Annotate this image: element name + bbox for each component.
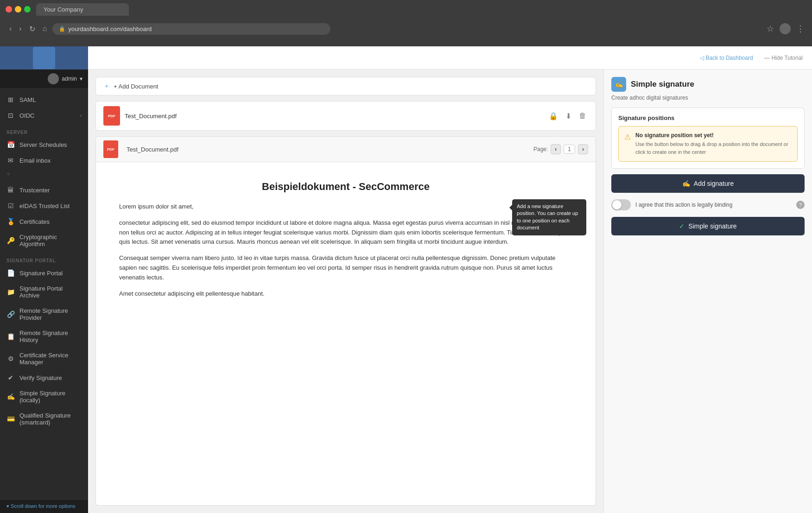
- page-number: 1: [564, 145, 575, 154]
- sidebar-nav: ⊞ SAML ⊡ OIDC › SERVER 📅 Server Schedule…: [0, 88, 88, 499]
- minimize-button[interactable]: [15, 6, 21, 13]
- delete-doc-button[interactable]: 🗑: [577, 110, 588, 122]
- sidebar-item-signature-portal-archive[interactable]: 📁 Signature Portal Archive: [0, 281, 88, 303]
- pdf-viewer: PDF Test_Document.pdf Page: ‹ 1 › Beispi…: [95, 136, 596, 506]
- scroll-hint-text: ▾ Scroll down for more options: [6, 503, 75, 509]
- content-area: ＋ + Add Document Test_Document.pdf 🔒 ⬇ 🗑: [88, 70, 812, 513]
- page-label: Page:: [533, 146, 548, 152]
- sidebar-item-label: Signature Portal: [19, 270, 82, 277]
- doc-file-row: Test_Document.pdf 🔒 ⬇ 🗑: [95, 101, 596, 131]
- sidebar-item-label: Server Schedules: [19, 141, 82, 148]
- scroll-hint: ▾ Scroll down for more options: [0, 499, 88, 513]
- sidebar-item-label: OIDC: [19, 112, 76, 119]
- sidebar-item-verify-signature[interactable]: ✔ Verify Signature: [0, 370, 88, 386]
- star-icon[interactable]: ☆: [767, 24, 774, 34]
- maximize-button[interactable]: [24, 6, 31, 13]
- menu-icon[interactable]: ⋮: [796, 24, 805, 34]
- sidebar-item-label: Simple Signature (locally): [19, 390, 82, 404]
- next-page-button[interactable]: ›: [578, 144, 588, 154]
- sidebar-item-label: Certificate Service Manager: [19, 352, 82, 366]
- legal-toggle[interactable]: [611, 199, 631, 210]
- sidebar-item-server-schedules[interactable]: 📅 Server Schedules: [0, 137, 88, 152]
- add-sig-label: Add signature: [694, 180, 734, 187]
- back-label: Back to Dashboard: [706, 55, 753, 61]
- chevron-right-icon: ›: [80, 113, 82, 118]
- sidebar-logo: [33, 47, 55, 69]
- sidebar-item-eidas[interactable]: ☑ eIDAS Trusted List: [0, 198, 88, 214]
- sidebar-item-email-inbox[interactable]: ✉ Email inbox: [0, 152, 88, 168]
- prev-page-button[interactable]: ‹: [551, 144, 561, 154]
- sig-archive-icon: 📁: [6, 288, 15, 296]
- close-button[interactable]: [6, 6, 12, 13]
- add-sig-icon: ✍: [682, 180, 690, 187]
- add-signature-button[interactable]: ✍ Add signature: [611, 174, 805, 193]
- viewer-filename: Test_Document.pdf: [127, 146, 529, 153]
- url-text: yourdashboard.com/dashboard: [68, 25, 152, 32]
- sidebar: admin ▾ ⊞ SAML ⊡ OIDC › SERVER 📅 Server …: [0, 46, 88, 513]
- sidebar-item-qualified-signature[interactable]: 💳 Qualified Signature (smartcard): [0, 408, 88, 430]
- pdf-content: Beispieldokument - SecCommerce Lorem ips…: [96, 162, 596, 505]
- crypto-icon: 🔑: [6, 237, 15, 244]
- sidebar-item-remote-sig-provider[interactable]: 🔗 Remote Signature Provider: [0, 303, 88, 325]
- hide-tutorial[interactable]: — Hide Tutorial: [764, 55, 803, 61]
- tab-title: Your Company: [44, 6, 83, 13]
- lock-doc-button[interactable]: 🔒: [547, 110, 560, 122]
- reload-button[interactable]: ↻: [27, 23, 37, 35]
- sidebar-item-label: Remote Signature Provider: [19, 307, 82, 321]
- legal-text: I agree that this action is legally bind…: [635, 202, 792, 208]
- warning-text: Use the button below to drag & drop a po…: [635, 140, 792, 156]
- admin-dropdown-icon: ▾: [80, 76, 82, 82]
- question-item[interactable]: ?: [0, 168, 88, 182]
- forward-button[interactable]: ›: [17, 23, 23, 35]
- signatur-section-label: SIGNATUR PORTAL: [0, 252, 88, 265]
- right-panel: ✍ Simple signature Create adhoc digital …: [603, 70, 812, 513]
- email-icon: ✉: [6, 157, 15, 164]
- doc-para-2: consectetur adipiscing elit, sed do eius…: [119, 218, 572, 247]
- doc-body: Lorem ipsum dolor sit amet, consectetur …: [119, 202, 572, 298]
- home-button[interactable]: ⌂: [41, 23, 49, 35]
- sidebar-item-label: Certificates: [19, 218, 82, 225]
- topbar-links: ◁ Back to Dashboard — Hide Tutorial: [700, 55, 803, 61]
- doc-title: Beispieldokument - SecCommerce: [119, 181, 572, 193]
- simple-signature-button[interactable]: ✓ Simple signature: [611, 217, 805, 235]
- sidebar-item-signature-portal[interactable]: 📄 Signature Portal: [0, 265, 88, 281]
- pdf-viewer-header: PDF Test_Document.pdf Page: ‹ 1 ›: [96, 137, 596, 162]
- main-topbar: ◁ Back to Dashboard — Hide Tutorial: [88, 46, 812, 70]
- sidebar-item-saml[interactable]: ⊞ SAML: [0, 92, 88, 108]
- tooltip-text: Add a new signature position. You can cr…: [517, 203, 578, 230]
- sidebar-item-certificates[interactable]: 🏅 Certificates: [0, 214, 88, 229]
- simple-sig-label: Simple signature: [688, 222, 736, 230]
- add-document-bar[interactable]: ＋ + Add Document: [95, 77, 596, 95]
- sidebar-item-cryptographic[interactable]: 🔑 Cryptographic Algorithm: [0, 229, 88, 252]
- download-doc-button[interactable]: ⬇: [564, 110, 573, 122]
- check-icon: ✓: [679, 222, 685, 230]
- sidebar-item-oidc[interactable]: ⊡ OIDC ›: [0, 108, 88, 123]
- user-avatar[interactable]: [780, 23, 791, 34]
- browser-actions: ☆ ⋮: [767, 23, 805, 34]
- sidebar-item-cert-service-manager[interactable]: ⚙ Certificate Service Manager: [0, 348, 88, 370]
- sidebar-item-remote-sig-history[interactable]: 📋 Remote Signature History: [0, 325, 88, 348]
- plus-icon: ＋: [103, 82, 110, 90]
- traffic-lights: [6, 6, 31, 13]
- warning-icon: ⚠: [624, 133, 631, 156]
- admin-menu[interactable]: admin ▾: [48, 73, 82, 84]
- trustcenter-icon: 🏛: [6, 186, 15, 194]
- back-to-dashboard[interactable]: ◁ Back to Dashboard: [700, 55, 753, 61]
- sidebar-item-simple-signature[interactable]: ✍ Simple Signature (locally): [0, 386, 88, 408]
- sidebar-item-trustcenter[interactable]: 🏛 Trustcenter: [0, 182, 88, 198]
- remote-history-icon: 📋: [6, 333, 15, 340]
- remote-provider-icon: 🔗: [6, 310, 15, 318]
- hide-label: Hide Tutorial: [772, 55, 803, 61]
- sidebar-item-label: Trustcenter: [19, 187, 82, 194]
- verify-icon: ✔: [6, 374, 15, 381]
- panel-subtitle: Create adhoc digital signatures: [611, 95, 805, 101]
- server-section-label: SERVER: [0, 123, 88, 137]
- sidebar-item-label: Signature Portal Archive: [19, 285, 82, 299]
- doc-para-4: Amet consectetur adipiscing elit pellent…: [119, 289, 572, 299]
- server-schedules-icon: 📅: [6, 141, 15, 148]
- help-icon[interactable]: ?: [796, 201, 805, 209]
- back-button[interactable]: ‹: [7, 23, 13, 35]
- address-bar[interactable]: 🔒 yourdashboard.com/dashboard: [52, 23, 330, 35]
- browser-tab[interactable]: Your Company: [36, 3, 129, 16]
- panel-title: Simple signature: [631, 80, 694, 89]
